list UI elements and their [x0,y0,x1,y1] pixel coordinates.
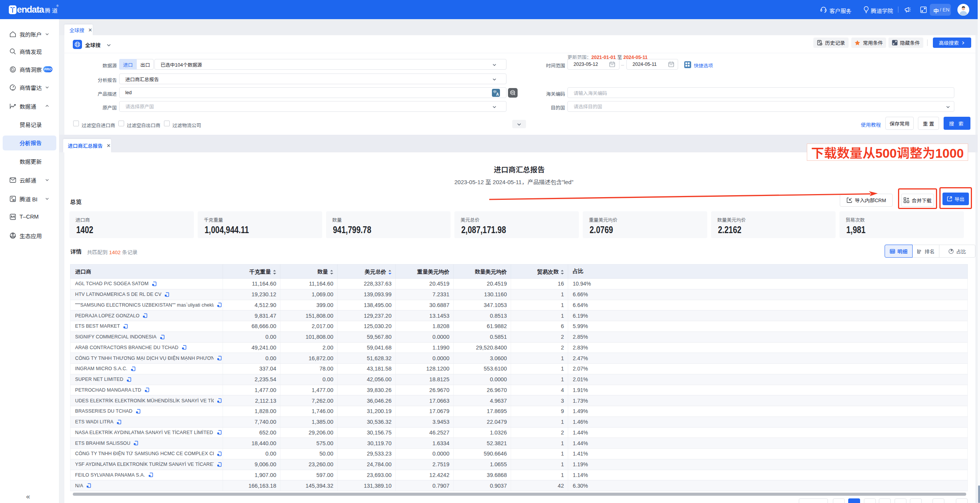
svg-text:BI: BI [13,198,15,201]
